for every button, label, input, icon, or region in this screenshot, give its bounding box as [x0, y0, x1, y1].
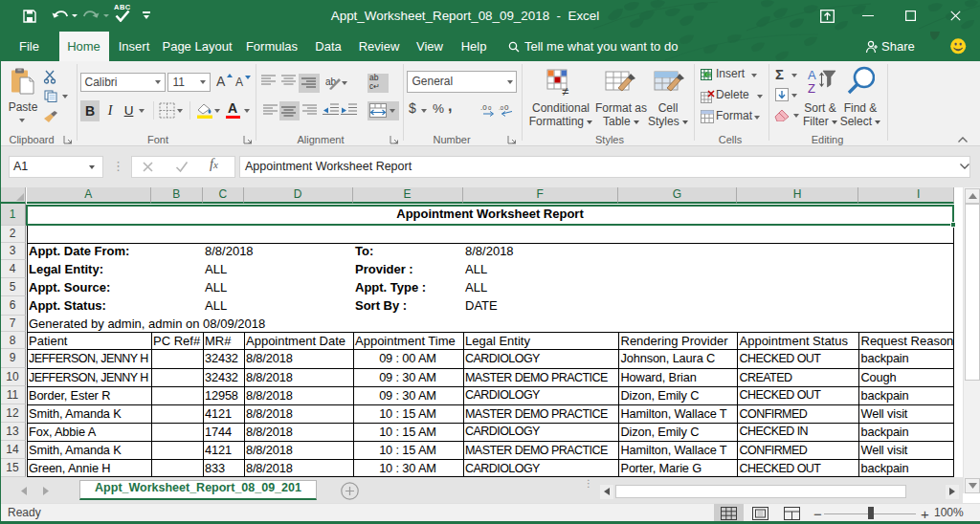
- svg-text:.0: .0: [480, 103, 487, 112]
- svg-text:0: 0: [504, 103, 509, 112]
- svg-text:0: 0: [488, 105, 492, 111]
- svg-text:Z: Z: [808, 81, 815, 95]
- svg-text:A: A: [808, 68, 816, 82]
- svg-text:≠: ≠: [562, 84, 568, 97]
- svg-text:.0: .0: [499, 105, 504, 111]
